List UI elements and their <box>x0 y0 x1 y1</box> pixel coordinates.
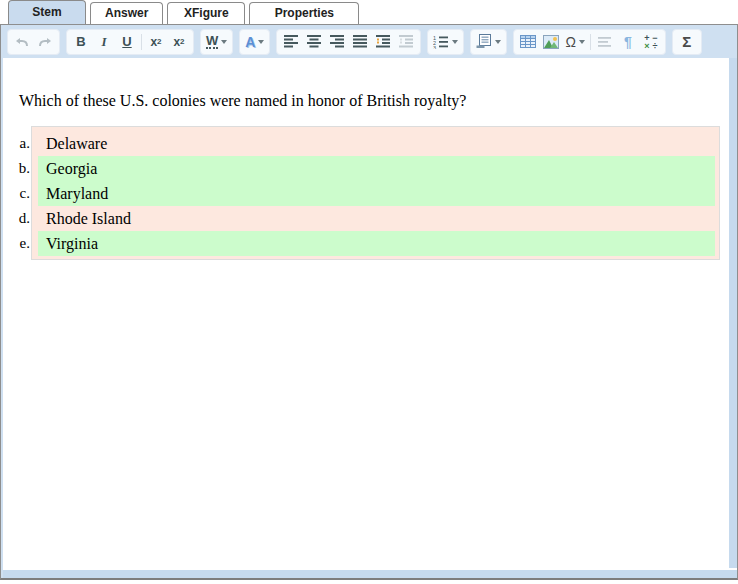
dropdown-caret-icon <box>258 40 264 44</box>
equation-group: Σ <box>672 29 702 55</box>
word-group: W <box>200 29 233 55</box>
italic-button[interactable]: I <box>93 31 115 53</box>
option-text: Delaware <box>46 135 107 152</box>
ordered-list-button[interactable]: 123 <box>431 31 460 53</box>
font-color-button[interactable]: A <box>243 31 266 53</box>
dropdown-caret-icon <box>579 40 585 44</box>
option-row-b[interactable]: b. Georgia <box>38 156 715 181</box>
line-spacing-icon <box>598 36 612 48</box>
equation-editor-button[interactable]: Σ <box>676 31 698 53</box>
option-row-d[interactable]: d. Rhode Island <box>38 206 715 231</box>
editor-panel: B I U x2 x2 W A <box>0 24 738 580</box>
table-icon <box>520 35 536 48</box>
option-letter: d. <box>8 206 30 231</box>
subscript-icon: x <box>150 35 157 49</box>
outdent-icon <box>399 35 414 48</box>
undo-icon <box>15 36 29 48</box>
option-letter: a. <box>8 131 30 156</box>
align-right-button[interactable] <box>326 31 348 53</box>
list-group: 123 <box>427 29 464 55</box>
align-left-button[interactable] <box>280 31 302 53</box>
pilcrow-icon: ¶ <box>624 34 632 50</box>
option-text: Virginia <box>46 235 98 252</box>
editor-content[interactable]: Which of these U.S. colonies were named … <box>3 58 727 568</box>
insert-group: Ω ¶ +−×÷ <box>513 29 665 55</box>
redo-icon <box>38 36 52 48</box>
line-spacing-button[interactable] <box>594 31 616 53</box>
answer-options: a. Delaware b. Georgia c. Maryland d. Rh… <box>31 126 720 260</box>
font-color-icon: A <box>245 34 255 50</box>
alignment-group <box>276 29 421 55</box>
align-center-icon <box>307 35 322 48</box>
superscript-button[interactable]: x2 <box>168 31 190 53</box>
image-icon <box>543 35 559 49</box>
undo-button[interactable] <box>11 31 33 53</box>
template-group <box>470 29 507 55</box>
superscript-icon: x <box>173 35 180 49</box>
math-operators-button[interactable]: +−×÷ <box>640 31 662 53</box>
align-justify-button[interactable] <box>349 31 371 53</box>
indent-icon <box>376 35 391 48</box>
align-left-icon <box>284 35 299 48</box>
toolbar-separator <box>590 34 591 50</box>
dropdown-caret-icon <box>221 40 227 44</box>
bold-button[interactable]: B <box>70 31 92 53</box>
options-container: a. Delaware b. Georgia c. Maryland d. Rh… <box>31 126 720 260</box>
omega-icon: Ω <box>565 34 575 50</box>
indent-button[interactable] <box>372 31 394 53</box>
svg-text:3: 3 <box>433 44 436 49</box>
tab-properties[interactable]: Properties <box>249 2 359 24</box>
insert-table-button[interactable] <box>517 31 539 53</box>
option-letter: b. <box>8 156 30 181</box>
outdent-button[interactable] <box>395 31 417 53</box>
option-letter: e. <box>8 231 30 256</box>
option-text: Georgia <box>46 160 97 177</box>
subscript-button[interactable]: x2 <box>145 31 167 53</box>
option-text: Rhode Island <box>46 210 131 227</box>
align-center-button[interactable] <box>303 31 325 53</box>
horizontal-scrollbar[interactable] <box>3 568 737 578</box>
option-text: Maryland <box>46 185 108 202</box>
paste-from-word-button[interactable]: W <box>204 31 229 53</box>
show-paragraph-button[interactable]: ¶ <box>617 31 639 53</box>
tab-bar: Stem Answer XFigure Properties <box>0 0 738 24</box>
align-justify-icon <box>353 35 368 48</box>
redo-button[interactable] <box>34 31 56 53</box>
option-letter: c. <box>8 181 30 206</box>
math-operators-icon: +−×÷ <box>643 34 659 50</box>
tab-answer[interactable]: Answer <box>90 2 163 24</box>
editor-toolbar: B I U x2 x2 W A <box>1 25 737 58</box>
underline-button[interactable]: U <box>116 31 138 53</box>
font-color-group: A <box>239 29 270 55</box>
insert-image-button[interactable] <box>540 31 562 53</box>
option-row-a[interactable]: a. Delaware <box>38 131 715 156</box>
vertical-scrollbar[interactable] <box>727 58 737 568</box>
dropdown-caret-icon <box>452 40 458 44</box>
dropdown-caret-icon <box>495 40 501 44</box>
option-row-c[interactable]: c. Maryland <box>38 181 715 206</box>
toolbar-separator <box>141 34 142 50</box>
document-template-icon <box>476 34 492 49</box>
tab-xfigure[interactable]: XFigure <box>167 2 245 24</box>
paste-from-word-icon: W <box>206 34 218 49</box>
history-group <box>7 29 60 55</box>
document-template-button[interactable] <box>474 31 503 53</box>
option-row-e[interactable]: e. Virginia <box>38 231 715 256</box>
sigma-icon: Σ <box>682 33 691 50</box>
align-right-icon <box>330 35 345 48</box>
text-style-group: B I U x2 x2 <box>66 29 194 55</box>
ordered-list-icon: 123 <box>433 35 449 49</box>
special-character-button[interactable]: Ω <box>563 31 586 53</box>
tab-stem[interactable]: Stem <box>8 0 86 24</box>
question-text[interactable]: Which of these U.S. colonies were named … <box>19 92 711 110</box>
